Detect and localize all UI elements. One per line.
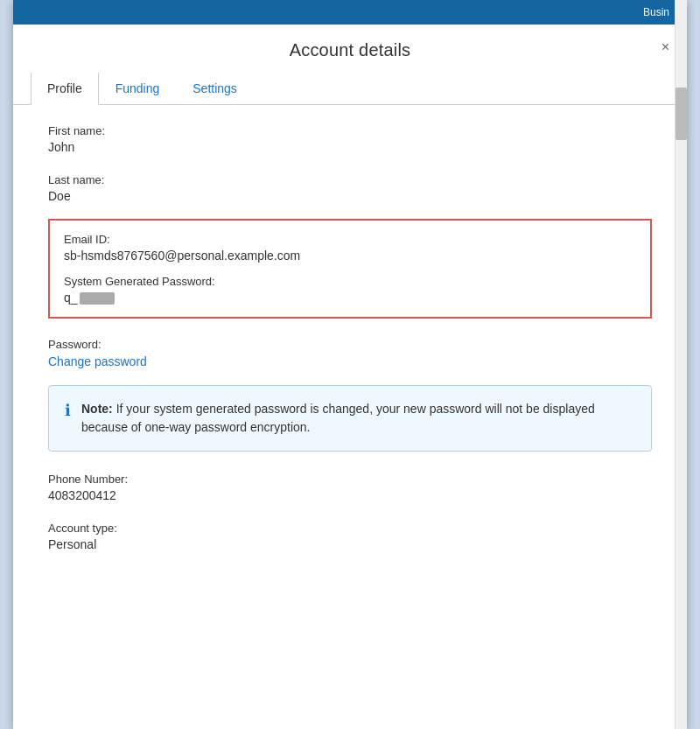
scrollbar-thumb[interactable] — [676, 88, 687, 140]
phone-value: 4083200412 — [48, 488, 652, 502]
note-bold: Note: — [81, 402, 113, 416]
last-name-value: Doe — [48, 189, 652, 203]
note-text: Note: If your system generated password … — [81, 400, 635, 437]
tab-settings[interactable]: Settings — [176, 73, 254, 105]
email-value: sb-hsmds8767560@personal.example.com — [64, 249, 636, 263]
email-field: Email ID: sb-hsmds8767560@personal.examp… — [64, 233, 636, 263]
brand-text: Busin — [643, 6, 669, 18]
tab-profile[interactable]: Profile — [31, 73, 99, 105]
top-bar: Busin — [13, 0, 687, 25]
note-box: ℹ Note: If your system generated passwor… — [48, 385, 652, 452]
profile-tab-content: First name: John Last name: Doe Email ID… — [13, 105, 687, 590]
close-button[interactable]: × — [656, 37, 675, 58]
scrollbar[interactable] — [675, 0, 687, 729]
account-details-modal: Busin Account details × Profile Funding … — [13, 0, 687, 729]
first-name-value: John — [48, 140, 652, 154]
modal-overlay: Busin Account details × Profile Funding … — [0, 0, 700, 729]
account-type-label: Account type: — [48, 522, 652, 535]
change-password-link[interactable]: Change password — [48, 354, 147, 368]
modal-title: Account details — [48, 40, 652, 60]
tabs-container: Profile Funding Settings — [13, 73, 687, 105]
password-label: Password: — [48, 338, 652, 351]
first-name-field: First name: John — [48, 124, 652, 154]
note-content: If your system generated password is cha… — [81, 402, 595, 434]
password-field: Password: Change password — [48, 338, 652, 369]
info-icon: ℹ — [65, 401, 71, 420]
modal-header: Account details × — [13, 25, 687, 73]
account-type-value: Personal — [48, 537, 652, 551]
phone-label: Phone Number: — [48, 473, 652, 486]
system-password-value: q_ — [64, 291, 636, 305]
last-name-field: Last name: Doe — [48, 173, 652, 203]
email-label: Email ID: — [64, 233, 636, 246]
account-type-field: Account type: Personal — [48, 522, 652, 551]
system-password-field: System Generated Password: q_ — [64, 275, 636, 305]
system-password-blurred — [80, 292, 115, 305]
phone-field: Phone Number: 4083200412 — [48, 473, 652, 502]
system-password-label: System Generated Password: — [64, 275, 636, 288]
email-password-highlight-box: Email ID: sb-hsmds8767560@personal.examp… — [48, 219, 652, 319]
first-name-label: First name: — [48, 124, 652, 137]
last-name-label: Last name: — [48, 173, 652, 186]
system-password-prefix: q_ — [64, 291, 78, 305]
tab-funding[interactable]: Funding — [99, 73, 177, 105]
